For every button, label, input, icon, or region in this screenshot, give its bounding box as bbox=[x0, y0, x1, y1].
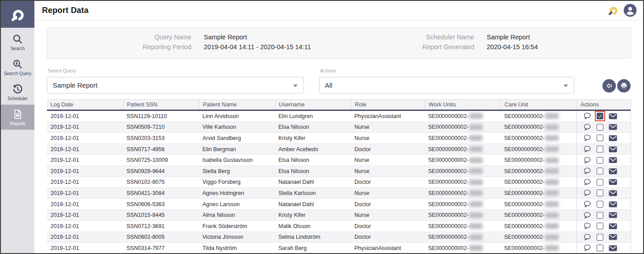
column-header-username: Username bbox=[275, 100, 351, 110]
cell-work-units: SE0000000002- bbox=[425, 111, 501, 122]
checkbox-highlight bbox=[595, 166, 605, 176]
select-checkbox[interactable] bbox=[597, 190, 603, 196]
select-checkbox[interactable] bbox=[597, 245, 603, 251]
table-row: 2019-12-01 SSN0421-3084 Agnes Holmgren S… bbox=[47, 188, 631, 199]
column-header-actions: Actions bbox=[577, 100, 631, 110]
mail-icon[interactable] bbox=[609, 245, 617, 251]
select-checkbox[interactable] bbox=[597, 234, 603, 241]
comment-bubble-icon[interactable] bbox=[583, 157, 591, 164]
cell-username: Elsa Nilsson bbox=[275, 166, 351, 177]
app-window: Search Search Query Scheduler bbox=[0, 0, 644, 254]
redacted-value bbox=[469, 113, 483, 119]
comment-bubble-icon[interactable] bbox=[583, 244, 591, 252]
redacted-value bbox=[469, 168, 483, 174]
sidebar-item-scheduler[interactable]: Scheduler bbox=[1, 80, 34, 105]
select-checkbox[interactable] bbox=[597, 135, 603, 141]
comment-bubble-icon[interactable] bbox=[583, 178, 591, 186]
mail-icon[interactable] bbox=[609, 212, 617, 218]
mail-icon[interactable] bbox=[609, 190, 617, 196]
cell-role: Nurse bbox=[351, 188, 425, 199]
cell-username: Elsa Nilsson bbox=[275, 122, 351, 133]
comment-bubble-icon[interactable] bbox=[583, 145, 591, 153]
cell-log-date: 2019-12-01 bbox=[47, 232, 123, 243]
comment-bubble-icon[interactable] bbox=[583, 233, 591, 241]
column-header-patient-ssn: Patient SSN bbox=[123, 100, 199, 110]
cell-log-date: 2019-12-01 bbox=[47, 155, 123, 165]
reporting-period-value: 2019-04-04 14:11 - 2020-04-15 14:11 bbox=[204, 43, 311, 51]
select-checkbox[interactable] bbox=[597, 179, 603, 186]
cell-care-unit: SE0000000002- bbox=[501, 144, 577, 155]
cell-username: Elsa Nilsson bbox=[275, 155, 351, 165]
mail-icon[interactable] bbox=[609, 157, 617, 163]
checkbox-highlight bbox=[595, 144, 605, 154]
cell-actions bbox=[577, 221, 631, 232]
redacted-value bbox=[545, 113, 559, 119]
mail-icon[interactable] bbox=[609, 113, 617, 119]
cell-role: Nurse bbox=[351, 133, 425, 144]
table-row: 2019-12-01 SSN0929-9644 Stella Berg Elsa… bbox=[47, 166, 631, 177]
cell-username: Stella Karlsson bbox=[275, 188, 351, 199]
report-generated-value: 2020-04-15 16:54 bbox=[487, 43, 538, 51]
checkbox-highlight bbox=[595, 155, 605, 165]
scheduler-name-label: Scheduler Name bbox=[369, 34, 474, 41]
mail-icon[interactable] bbox=[609, 234, 617, 240]
cell-username: Selma Lindström bbox=[275, 232, 351, 243]
cell-role: Nurse bbox=[351, 210, 425, 220]
back-button[interactable] bbox=[602, 79, 616, 93]
user-avatar[interactable] bbox=[623, 4, 637, 17]
sidebar-item-search-query[interactable]: Search Query bbox=[1, 55, 34, 80]
cell-work-units: SE0000000002- bbox=[425, 133, 501, 144]
select-checkbox[interactable] bbox=[597, 212, 603, 219]
print-button[interactable] bbox=[617, 79, 631, 93]
comment-bubble-icon[interactable] bbox=[583, 134, 591, 142]
redacted-value bbox=[469, 146, 483, 152]
column-header-log-date: Log Date bbox=[47, 100, 123, 110]
brand-logo-icon bbox=[8, 5, 27, 24]
actions-dropdown[interactable]: All bbox=[319, 77, 574, 93]
select-query-dropdown[interactable]: Sample Report bbox=[47, 77, 304, 93]
table-row: 2019-12-01 SSN0102-8075 Viggo Forsberg N… bbox=[47, 177, 631, 188]
select-checkbox[interactable] bbox=[597, 223, 603, 229]
cell-work-units: SE0000000002- bbox=[425, 177, 501, 188]
select-checkbox[interactable] bbox=[597, 124, 603, 131]
comment-bubble-icon[interactable] bbox=[583, 212, 591, 219]
cell-log-date: 2019-12-01 bbox=[47, 243, 123, 254]
mail-icon[interactable] bbox=[609, 179, 617, 185]
sidebar-item-search[interactable]: Search bbox=[1, 30, 34, 55]
checkbox-highlight bbox=[595, 122, 605, 132]
cell-username: Kristy Kifer bbox=[275, 210, 351, 220]
cell-care-unit: SE0000000002- bbox=[501, 243, 577, 254]
select-checkbox[interactable] bbox=[597, 146, 603, 152]
cell-patient-ssn: SSN0314-7977 bbox=[123, 243, 199, 254]
select-checkbox[interactable] bbox=[597, 157, 603, 164]
cell-care-unit: SE0000000002- bbox=[501, 177, 577, 188]
cell-patient-ssn: SSN0421-3084 bbox=[123, 188, 199, 199]
comment-bubble-icon[interactable] bbox=[583, 112, 591, 120]
cell-role: Doctor bbox=[351, 144, 425, 155]
mail-icon[interactable] bbox=[609, 168, 617, 174]
cell-log-date: 2019-12-01 bbox=[47, 177, 123, 188]
cell-log-date: 2019-12-01 bbox=[47, 210, 123, 220]
comment-bubble-icon[interactable] bbox=[583, 123, 591, 131]
cell-role: Doctor bbox=[351, 177, 425, 188]
select-checkbox[interactable] bbox=[597, 201, 603, 207]
cell-actions bbox=[577, 133, 631, 144]
cell-log-date: 2019-12-01 bbox=[47, 188, 123, 199]
mail-icon[interactable] bbox=[609, 201, 617, 207]
sidebar-item-reports[interactable]: Reports bbox=[1, 105, 34, 130]
table-row: 2019-12-01 SSN1129-10110 Linn Arvidsson … bbox=[47, 111, 631, 122]
select-checkbox[interactable] bbox=[597, 113, 603, 119]
mail-icon[interactable] bbox=[609, 124, 617, 130]
mail-icon[interactable] bbox=[609, 146, 617, 152]
comment-bubble-icon[interactable] bbox=[583, 167, 591, 175]
comment-bubble-icon[interactable] bbox=[583, 222, 591, 230]
table-row: 2019-12-01 SSN0717-4956 Elin Bergman Amb… bbox=[47, 144, 631, 155]
table-row: 2019-12-01 SSN0602-8005 Victoria Jönsson… bbox=[47, 232, 631, 243]
mail-icon[interactable] bbox=[609, 135, 617, 141]
comment-bubble-icon[interactable] bbox=[583, 189, 591, 197]
report-table: Log Date Patient SSN Patient Name Userna… bbox=[47, 99, 631, 254]
mail-icon[interactable] bbox=[609, 223, 617, 229]
comment-bubble-icon[interactable] bbox=[583, 200, 591, 208]
redacted-value bbox=[545, 201, 559, 207]
select-checkbox[interactable] bbox=[597, 168, 603, 174]
